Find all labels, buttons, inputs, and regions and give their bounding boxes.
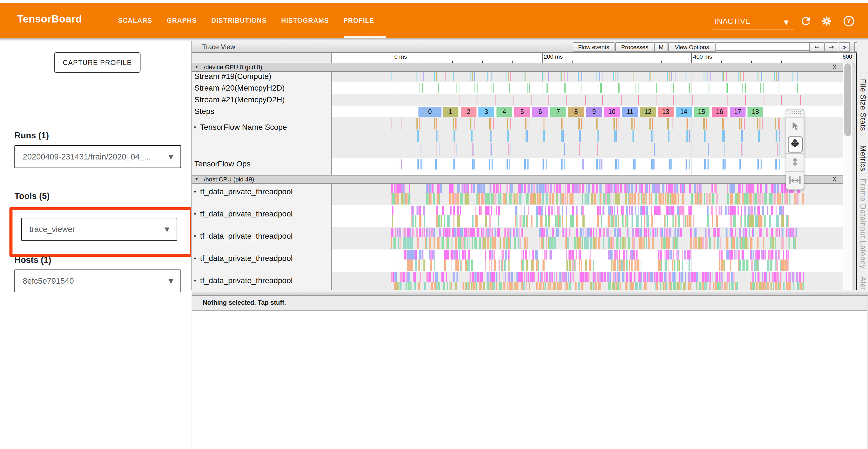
step-block-8[interactable]: 8	[568, 107, 584, 117]
process-group-cpu[interactable]: ▾/host:CPU (pid 49)X	[192, 175, 843, 184]
step-block-6[interactable]: 6	[532, 107, 548, 117]
caret-down-icon: ▼	[168, 153, 173, 160]
tab-scalars[interactable]: SCALARS	[118, 17, 152, 25]
vertical-scrollbar[interactable]	[843, 63, 853, 290]
track-label-steps: Steps	[192, 106, 333, 117]
ruler-label: 400 ms	[693, 53, 712, 60]
collapse-arrow-icon[interactable]: ▾	[194, 256, 196, 261]
track-label-tf-data-private-threadpool[interactable]: ▾tf_data_private_threadpool	[192, 183, 331, 201]
track-label-tf-data-private-threadpool[interactable]: ▾tf_data_private_threadpool	[192, 227, 331, 245]
caret-down-icon: ▼	[168, 277, 173, 285]
track-label-text: tf_data_private_threadpool	[200, 232, 293, 240]
step-block-15[interactable]: 15	[693, 107, 709, 117]
step-block-2[interactable]: 2	[461, 107, 476, 117]
track-label-stream-20-memcpyh2d-: Stream #20(MemcpyH2D)	[192, 82, 333, 94]
side-tab-input-latency[interactable]: Input Latency	[859, 220, 867, 269]
find-next-button[interactable]: →	[825, 42, 838, 52]
process-group-gpu[interactable]: ▾/device:GPU:0 (pid 0)X	[192, 63, 843, 72]
collapse-arrow-icon[interactable]: ▾	[194, 189, 196, 194]
close-icon[interactable]: X	[833, 176, 837, 183]
step-block-4[interactable]: 4	[496, 107, 512, 117]
tab-histograms[interactable]: HISTOGRAMS	[281, 17, 329, 25]
ruler-major-tick	[691, 53, 692, 63]
tensorboard-title: TensorBoard	[17, 13, 82, 25]
collapse-arrow-icon[interactable]: ▾	[194, 278, 196, 283]
nav-tabs: SCALARSGRAPHSDISTRIBUTIONSHISTOGRAMSPROF…	[118, 3, 374, 38]
tab-distributions[interactable]: DISTRIBUTIONS	[211, 17, 267, 25]
drag-grip[interactable]	[788, 111, 802, 116]
side-tab-frame-data[interactable]: Frame Data	[859, 179, 867, 221]
status-selector[interactable]: INACTIVE ▼	[713, 16, 794, 29]
collapse-arrow-icon[interactable]: ▾	[195, 176, 198, 182]
processes-button[interactable]: Processes	[615, 42, 654, 52]
tab-graphs[interactable]: GRAPHS	[166, 17, 197, 25]
track-label-text: tf_data_private_threadpool	[200, 209, 293, 218]
select-tool-button[interactable]	[786, 117, 804, 135]
ruler-major-tick	[841, 53, 841, 63]
scrollbar-thumb[interactable]	[844, 63, 851, 136]
step-block-14[interactable]: 14	[676, 107, 692, 117]
track-label-text: tf_data_private_threadpool	[200, 187, 293, 196]
detail-message: Nothing selected. Tap stuff.	[203, 299, 286, 306]
ruler-label: 600	[842, 53, 852, 60]
track-label-stream-19-compute-: Stream #19(Compute)	[192, 70, 333, 82]
collapse-arrow-icon[interactable]: ▾	[194, 233, 196, 239]
view-options-button[interactable]: View Options	[669, 42, 716, 52]
trace-tool-panel: ↔↕ ↕ ↔	[786, 109, 804, 190]
collapse-arrow-icon[interactable]: ▾	[195, 64, 198, 69]
track-label-tensorflow-name-scope[interactable]: ▾TensorFlow Name Scope	[192, 117, 331, 137]
navbar: TensorBoard SCALARSGRAPHSDISTRIBUTIONSHI…	[0, 3, 868, 38]
track-label-text: TensorFlow Ops	[194, 159, 250, 168]
find-prev-button[interactable]: ←	[809, 42, 825, 52]
track-label-text: tf_data_private_threadpool	[200, 254, 293, 263]
trace-search-input[interactable]	[716, 42, 813, 51]
step-block-3[interactable]: 3	[478, 107, 494, 117]
tab-profile[interactable]: PROFILE	[343, 17, 374, 25]
step-block-1[interactable]: 1	[443, 107, 459, 117]
tools-value: trace_viewer	[29, 225, 75, 234]
step-block-7[interactable]: 7	[550, 107, 566, 117]
help-icon[interactable]: ?	[843, 15, 855, 27]
hosts-label: Hosts (1)	[14, 255, 51, 265]
reload-icon[interactable]	[800, 15, 812, 27]
track-label-tf-data-private-threadpool[interactable]: ▾tf_data_private_threadpool	[192, 272, 331, 290]
zoom-tool-button[interactable]: ↕	[786, 153, 804, 171]
top-margin	[0, 0, 868, 3]
step-block-0[interactable]: 0	[418, 107, 441, 117]
tools-select[interactable]: trace_viewer ▼	[21, 218, 177, 241]
track-label-text: Stream #19(Compute)	[194, 72, 271, 81]
step-block-9[interactable]: 9	[586, 107, 602, 117]
step-block-13[interactable]: 13	[658, 107, 674, 117]
side-tab-metrics[interactable]: Metrics	[859, 145, 867, 172]
step-block-18[interactable]: 18	[747, 107, 763, 117]
track-label-tensorflow-ops: TensorFlow Ops	[192, 158, 333, 170]
runs-select[interactable]: 20200409-231431/train/2020_04_... ▼	[14, 145, 181, 168]
side-tab-file-size-stats[interactable]: File Size Stats	[859, 79, 867, 131]
close-icon[interactable]: X	[833, 63, 837, 71]
step-block-10[interactable]: 10	[604, 107, 620, 117]
track-label-tf-data-private-threadpool[interactable]: ▾tf_data_private_threadpool	[192, 205, 331, 223]
track-label-text: Steps	[194, 107, 214, 116]
horizontal-splitter[interactable]	[192, 290, 868, 296]
step-block-12[interactable]: 12	[640, 107, 656, 117]
step-block-11[interactable]: 11	[622, 107, 638, 117]
step-block-17[interactable]: 17	[730, 107, 746, 117]
collapse-arrow-icon[interactable]: ▾	[194, 211, 196, 217]
capture-profile-button[interactable]: CAPTURE PROFILE	[54, 52, 141, 73]
tools-label: Tools (5)	[14, 191, 50, 201]
hosts-select[interactable]: 8efc5e791540 ▼	[14, 270, 181, 292]
detail-panel	[192, 311, 867, 449]
timing-tool-button[interactable]: ↔	[786, 172, 804, 189]
time-ruler[interactable]: 0 ms200 ms400 ms600	[192, 53, 868, 63]
flow-events-button[interactable]: Flow events	[573, 42, 615, 52]
track-label-tf-data-private-threadpool[interactable]: ▾tf_data_private_threadpool	[192, 249, 331, 267]
collapse-arrow-icon[interactable]: ▾	[194, 124, 196, 130]
gear-icon[interactable]	[820, 15, 833, 27]
pan-tool-button[interactable]: ↔↕	[786, 135, 804, 153]
step-block-5[interactable]: 5	[514, 107, 530, 117]
caret-down-icon: ▼	[784, 19, 788, 26]
m-button[interactable]: M	[654, 42, 668, 52]
trace-view-title: Trace View	[202, 43, 235, 51]
step-block-16[interactable]: 16	[712, 107, 727, 117]
more-button[interactable]: »	[839, 42, 850, 52]
